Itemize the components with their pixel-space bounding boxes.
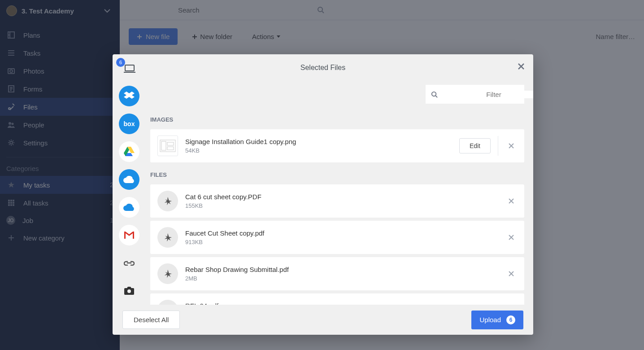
box-icon: box bbox=[124, 120, 135, 127]
remove-icon[interactable] bbox=[505, 141, 517, 151]
remove-icon[interactable] bbox=[505, 232, 517, 242]
svg-rect-23 bbox=[161, 141, 166, 150]
gdrive-icon bbox=[124, 147, 135, 157]
selected-files-area[interactable]: IMAGES Signage Installation Guide1 copy.… bbox=[146, 81, 533, 305]
source-onedrive-solid[interactable] bbox=[119, 169, 139, 190]
file-name: Signage Installation Guide1 copy.png bbox=[185, 138, 452, 145]
camera-icon bbox=[124, 286, 135, 295]
source-gmail[interactable] bbox=[119, 225, 139, 245]
source-camera[interactable] bbox=[119, 280, 139, 301]
file-row: RFI_04.pdf492KB bbox=[150, 293, 524, 305]
file-row: Rebar Shop Drawing Submittal.pdf2MB bbox=[150, 257, 524, 290]
file-name: Cat 6 cut sheet copy.PDF bbox=[185, 193, 498, 201]
edit-button[interactable]: Edit bbox=[459, 138, 491, 153]
image-thumbnail bbox=[157, 136, 178, 156]
upload-label: Upload bbox=[479, 316, 501, 324]
file-row: Faucet Cut Sheet copy.pdf913KB bbox=[150, 221, 524, 254]
gmail-icon bbox=[124, 232, 134, 239]
source-onedrive-outline[interactable] bbox=[119, 197, 139, 218]
upload-count-badge: 6 bbox=[506, 315, 515, 324]
images-section-label: IMAGES bbox=[150, 116, 524, 123]
file-name: Faucet Cut Sheet copy.pdf bbox=[185, 229, 498, 237]
upload-modal: 6 Selected Files box IMAGES Signage Inst… bbox=[113, 54, 533, 335]
pdf-icon bbox=[157, 300, 178, 305]
svg-point-20 bbox=[127, 289, 131, 293]
onedrive-outline-icon bbox=[123, 204, 135, 211]
modal-header: Selected Files bbox=[113, 54, 533, 81]
link-icon bbox=[124, 260, 135, 266]
file-row: Cat 6 cut sheet copy.PDF155KB bbox=[150, 184, 524, 218]
source-link[interactable] bbox=[119, 253, 139, 273]
modal-footer: Deselect All Upload 6 bbox=[113, 305, 533, 335]
file-size: 155KB bbox=[185, 202, 498, 209]
source-dropbox[interactable] bbox=[119, 86, 139, 106]
pdf-icon bbox=[157, 191, 178, 211]
search-icon bbox=[431, 91, 438, 98]
onedrive-solid-icon bbox=[123, 176, 135, 183]
files-section-label: FILES bbox=[150, 171, 524, 178]
source-list: box bbox=[113, 81, 146, 305]
dropbox-icon bbox=[124, 92, 135, 101]
selected-count-badge: 6 bbox=[116, 58, 125, 67]
file-row: Signage Installation Guide1 copy.png54KB… bbox=[150, 129, 524, 162]
modal-title: Selected Files bbox=[113, 64, 533, 72]
file-name: Rebar Shop Drawing Submittal.pdf bbox=[185, 266, 498, 273]
deselect-all-button[interactable]: Deselect All bbox=[122, 311, 180, 329]
pdf-icon bbox=[157, 263, 178, 284]
svg-rect-25 bbox=[167, 147, 174, 150]
svg-rect-24 bbox=[167, 142, 174, 145]
file-size: 913KB bbox=[185, 239, 498, 245]
filter-box bbox=[426, 85, 524, 104]
remove-icon[interactable] bbox=[505, 196, 517, 206]
remove-icon[interactable] bbox=[505, 269, 517, 279]
pdf-icon bbox=[157, 227, 178, 248]
upload-button[interactable]: Upload 6 bbox=[471, 311, 523, 329]
svg-point-21 bbox=[432, 92, 436, 96]
divider bbox=[498, 136, 498, 156]
source-gdrive[interactable] bbox=[119, 141, 139, 162]
file-size: 54KB bbox=[185, 147, 452, 154]
file-size: 2MB bbox=[185, 275, 498, 282]
close-icon[interactable] bbox=[517, 62, 525, 70]
filter-input[interactable] bbox=[451, 91, 533, 98]
source-box[interactable]: box bbox=[119, 114, 139, 134]
